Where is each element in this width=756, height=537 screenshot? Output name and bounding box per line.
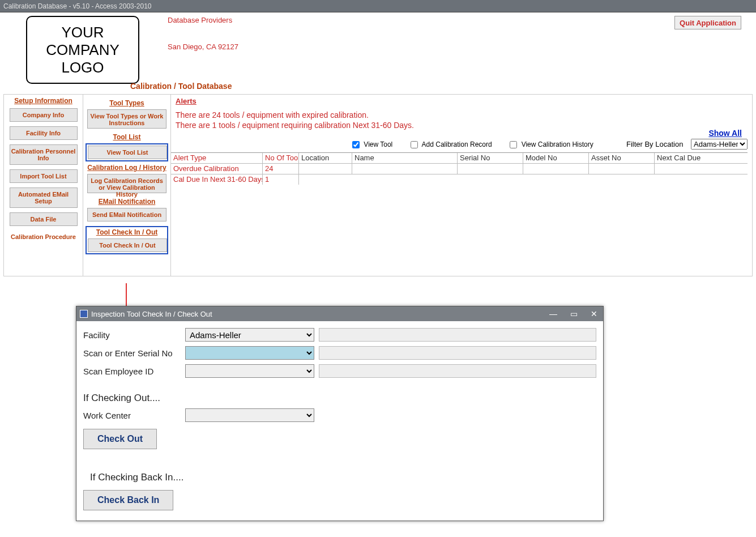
work-center-row: Work Center (83, 407, 596, 423)
company-info-button[interactable]: Company Info (10, 108, 78, 122)
grid-data-row[interactable]: Cal Due In Next 31-60 Days 1 (171, 174, 748, 185)
col-model-no: Model No (523, 153, 589, 163)
view-calibration-history-checkbox[interactable]: View Calibration History (510, 140, 593, 148)
checking-in-label: If Checking Back In.... (90, 472, 596, 483)
col-asset-no: Asset No (589, 153, 655, 163)
page-subtitle: Calibration / Tool Database (130, 82, 756, 91)
tool-list-header: Tool List (86, 133, 168, 141)
form-icon (80, 310, 88, 318)
tool-check-in-out-button[interactable]: Tool Check In / Out (88, 238, 167, 252)
filter-by-location-label: Filter By Location (626, 140, 683, 148)
main-app: YOUR COMPANY LOGO Database Providers San… (0, 12, 756, 276)
maximize-icon[interactable]: ▭ (568, 309, 579, 318)
alert-line-2: There are 1 tools / equipment requiring … (176, 120, 748, 130)
view-calibration-history-label: View Calibration History (522, 140, 593, 148)
view-tool-checkbox-label: View Tool (364, 140, 392, 148)
col-name: Name (352, 153, 458, 163)
content-row: Setup Information Company Info Facility … (3, 94, 753, 276)
setup-nav: Setup Information Company Info Facility … (4, 95, 83, 276)
facility-select[interactable]: Adams-Heller (185, 328, 314, 342)
alert-line-1: There are 24 tools / equipment with expi… (176, 110, 748, 120)
add-calibration-record-checkbox[interactable]: Add Calibration Record (411, 140, 492, 148)
app-titlebar: Calibration Database - v5.10 - Access 20… (0, 0, 756, 12)
facility-row: Facility Adams-Heller (83, 327, 596, 343)
cell-no-of-tool: 24 (263, 164, 299, 174)
log-calibration-records-button[interactable]: Log Calibration Records or View Calibrat… (87, 174, 166, 193)
cell-next (655, 174, 748, 185)
quit-application-button[interactable]: Quit Application (674, 16, 741, 29)
dialog-body: Facility Adams-Heller Scan or Enter Seri… (76, 321, 603, 516)
logo-line1: YOUR (61, 24, 104, 41)
add-calibration-record-label: Add Calibration Record (422, 140, 492, 148)
cell-location (299, 174, 352, 185)
minimize-icon[interactable]: — (548, 309, 559, 318)
calibration-personnel-button[interactable]: Calibration Personnel Info (10, 144, 78, 165)
checking-out-label: If Checking Out.... (83, 393, 596, 404)
tool-nav: Tool Types View Tool Types or Work Instr… (83, 95, 171, 276)
automated-email-setup-button[interactable]: Automated EMail Setup (10, 187, 78, 208)
cell-name (352, 174, 458, 185)
add-calibration-record-checkbox-input[interactable] (411, 141, 418, 148)
work-center-select[interactable] (185, 408, 314, 422)
work-center-label: Work Center (83, 411, 185, 420)
serial-row: Scan or Enter Serial No (83, 345, 596, 361)
view-calibration-history-checkbox-input[interactable] (510, 141, 517, 148)
show-all-link[interactable]: Show All (708, 129, 742, 138)
logo-line2: COMPANY (46, 41, 119, 59)
company-logo: YOUR COMPANY LOGO (26, 16, 139, 84)
col-no-of-tool: No Of Tool (263, 153, 299, 163)
dialog-title: Inspection Tool Check In / Check Out (91, 310, 212, 318)
view-tool-checkbox-input[interactable] (352, 141, 360, 148)
col-alert-type: Alert Type (171, 153, 263, 163)
view-tool-types-button[interactable]: View Tool Types or Work Instructions (87, 109, 166, 129)
tool-check-in-out-highlight: Tool Check In / Out Tool Check In / Out (86, 226, 168, 254)
serial-label: Scan or Enter Serial No (83, 348, 185, 358)
facility-readonly-field (319, 328, 596, 342)
cell-alert-type: Cal Due In Next 31-60 Days (171, 174, 263, 185)
serial-select[interactable] (185, 346, 314, 360)
filter-location-select[interactable]: Adams-Heller (691, 139, 748, 150)
serial-readonly-field (319, 346, 596, 360)
filter-area: Filter By Location Adams-Heller (626, 139, 748, 150)
col-location: Location (299, 153, 352, 163)
cell-location (299, 164, 352, 174)
cell-asset (589, 174, 655, 185)
alerts-text: There are 24 tools / equipment with expi… (176, 110, 748, 130)
cell-model (523, 164, 589, 174)
employee-select[interactable] (185, 364, 314, 378)
provider-location: San Diego, CA 92127 (168, 42, 238, 51)
email-notification-header: EMail Notification (86, 198, 168, 206)
cell-no-of-tool: 1 (263, 174, 299, 185)
cell-model (523, 174, 589, 185)
data-file-button[interactable]: Data File (10, 212, 78, 226)
check-back-in-button[interactable]: Check Back In (83, 490, 173, 510)
cell-asset (589, 164, 655, 174)
cell-alert-type: Overdue Calibration (171, 164, 263, 174)
facility-label: Facility (83, 330, 185, 340)
view-tool-checkbox[interactable]: View Tool (352, 140, 392, 148)
view-tool-list-highlight: View Tool List (86, 143, 168, 161)
calibration-log-header: Calibration Log / History (86, 164, 168, 172)
calibration-procedure-button[interactable]: Calibration Procedure (10, 231, 78, 243)
cell-next (655, 164, 748, 174)
send-email-notification-button[interactable]: Send EMail Notification (87, 208, 166, 221)
view-tool-list-button[interactable]: View Tool List (88, 146, 167, 159)
facility-info-button[interactable]: Facility Info (10, 126, 78, 140)
dialog-controls: — ▭ ✕ (548, 309, 600, 318)
col-serial-no: Serial No (458, 153, 523, 163)
check-out-button[interactable]: Check Out (83, 429, 157, 449)
header-area: YOUR COMPANY LOGO Database Providers San… (0, 12, 756, 87)
grid-header-row: Alert Type No Of Tool Location Name Seri… (171, 153, 748, 164)
import-tool-list-button[interactable]: Import Tool List (10, 169, 78, 183)
setup-nav-header: Setup Information (6, 97, 80, 105)
cell-name (352, 164, 458, 174)
company-details: Database Providers San Diego, CA 92127 (168, 16, 238, 84)
app-title: Calibration Database - v5.10 - Access 20… (3, 2, 152, 10)
col-next-cal-due: Next Cal Due (655, 153, 748, 163)
cell-serial (458, 164, 523, 174)
dialog-titlebar[interactable]: Inspection Tool Check In / Check Out — ▭… (76, 306, 603, 321)
close-icon[interactable]: ✕ (588, 309, 600, 318)
cell-serial (458, 174, 523, 185)
checkbox-row: View Tool Add Calibration Record View Ca… (352, 140, 609, 148)
grid-data-row[interactable]: Overdue Calibration 24 (171, 164, 748, 174)
